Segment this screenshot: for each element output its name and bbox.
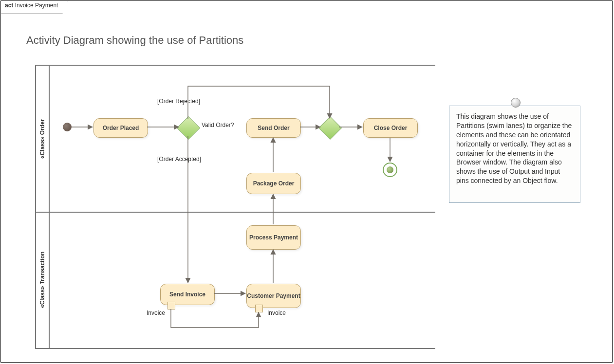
guard-order-rejected: [Order Rejected] bbox=[157, 98, 200, 105]
note-text: This diagram shows the use of Partitions… bbox=[456, 112, 572, 184]
activity-order-placed[interactable]: Order Placed bbox=[93, 118, 148, 138]
pin-label-invoice-out: Invoice bbox=[147, 309, 165, 316]
input-pin-invoice[interactable] bbox=[255, 305, 263, 312]
diagram-frame: act Invoice Payment Activity Diagram sho… bbox=[0, 0, 613, 363]
decision-label: Valid Order? bbox=[202, 122, 234, 129]
pin-label-invoice-in: Invoice bbox=[267, 309, 286, 316]
final-node-inner bbox=[387, 166, 393, 173]
decision-valid-order[interactable] bbox=[177, 116, 200, 140]
swimlane-container: «Class» Order «Class» Transaction Order … bbox=[35, 65, 435, 349]
merge-node[interactable] bbox=[318, 116, 342, 140]
activity-send-order[interactable]: Send Order bbox=[246, 118, 301, 138]
guard-order-accepted: [Order Accepted] bbox=[157, 156, 201, 163]
activity-process-payment[interactable]: Process Payment bbox=[246, 225, 301, 250]
frame-type: act bbox=[5, 2, 13, 9]
note-pin-icon bbox=[511, 98, 521, 108]
activity-close-order[interactable]: Close Order bbox=[363, 118, 418, 138]
lane-separator-vertical bbox=[49, 66, 50, 348]
diagram-title: Activity Diagram showing the use of Part… bbox=[26, 34, 243, 47]
frame-tab: act Invoice Payment bbox=[0, 0, 68, 14]
lane-label-transaction: «Class» Transaction bbox=[36, 212, 49, 348]
edges-layer bbox=[36, 66, 435, 348]
lane-label-order: «Class» Order bbox=[36, 66, 49, 212]
lane-separator-horizontal bbox=[36, 212, 435, 213]
initial-node[interactable] bbox=[63, 123, 72, 131]
activity-customer-payment[interactable]: Customer Payment bbox=[246, 284, 301, 308]
output-pin-invoice[interactable] bbox=[167, 302, 175, 309]
activity-package-order[interactable]: Package Order bbox=[246, 173, 301, 194]
final-node[interactable] bbox=[383, 163, 397, 177]
note-box[interactable]: This diagram shows the use of Partitions… bbox=[449, 106, 580, 203]
frame-name: Invoice Payment bbox=[15, 2, 58, 9]
